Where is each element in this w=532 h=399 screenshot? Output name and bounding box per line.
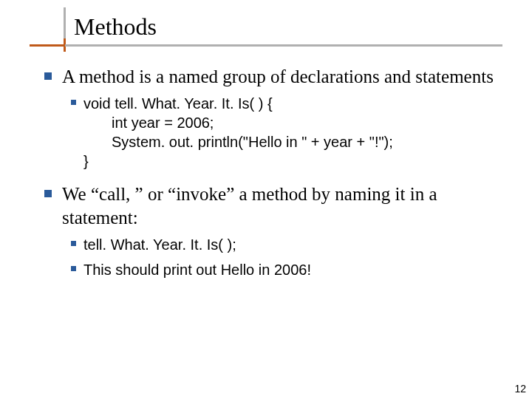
body-content: A method is a named group of declaration… — [44, 65, 502, 282]
output-note: This should print out Hello in 2006! — [83, 260, 311, 279]
code-call-line: tell. What. Year. It. Is( ); — [83, 235, 236, 254]
bullet-level2: tell. What. Year. It. Is( ); — [71, 235, 502, 254]
square-bullet-icon — [44, 190, 52, 197]
square-bullet-icon — [44, 72, 52, 80]
square-bullet-icon — [71, 241, 76, 246]
slide: Methods A method is a named group of dec… — [0, 0, 532, 399]
code-line-2: int year = 2006; — [83, 113, 393, 132]
output-note-highlight: Hello in 2006! — [221, 262, 311, 278]
bullet-level2: void tell. What. Year. It. Is( ) { int y… — [71, 94, 502, 171]
bullet-level2: This should print out Hello in 2006! — [71, 260, 502, 279]
slide-title: Methods — [74, 13, 157, 40]
code-line-1: void tell. What. Year. It. Is( ) { — [83, 94, 393, 113]
code-block: void tell. What. Year. It. Is( ) { int y… — [83, 94, 393, 171]
title-rule-horizontal — [30, 44, 502, 47]
square-bullet-icon — [71, 266, 76, 271]
title-rule-horizontal-accent — [30, 44, 65, 47]
code-line-3: System. out. println("Hello in " + year … — [83, 132, 393, 151]
code-line-4: } — [83, 151, 393, 171]
bullet2-text: We “call, ” or “invoke” a method by nami… — [62, 183, 502, 229]
bullet-level1: A method is a named group of declaration… — [44, 65, 502, 88]
bullet1-text: A method is a named group of declaration… — [62, 65, 494, 88]
output-note-prefix: This should print out — [83, 262, 221, 278]
bullet-level1: We “call, ” or “invoke” a method by nami… — [44, 183, 502, 229]
square-bullet-icon — [71, 100, 76, 105]
page-number: 12 — [514, 383, 526, 395]
title-area: Methods — [0, 0, 532, 41]
